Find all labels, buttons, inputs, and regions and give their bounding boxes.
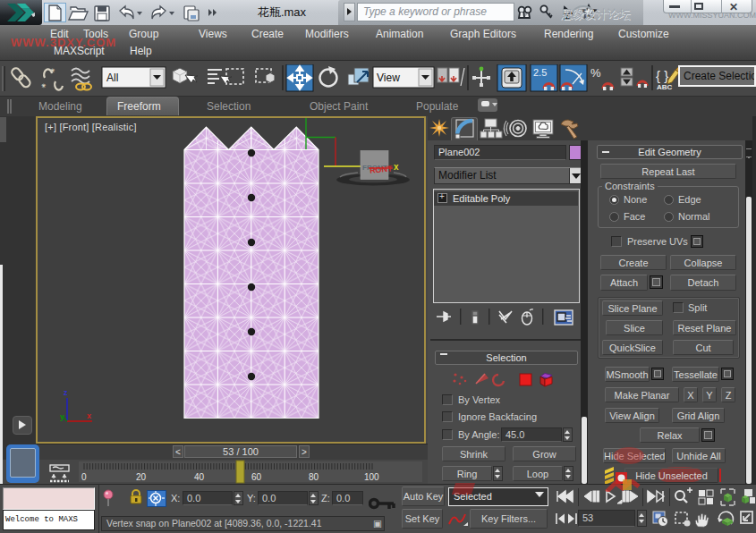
svg-text:20: 20 — [136, 472, 147, 482]
svg-text:40: 40 — [194, 472, 205, 482]
svg-text:y: y — [60, 412, 64, 421]
svg-text:80: 80 — [309, 472, 319, 482]
svg-text:2.5: 2.5 — [533, 67, 547, 78]
svg-text:z: z — [64, 388, 68, 397]
svg-text:View: View — [377, 72, 400, 84]
svg-text:{ }: { } — [656, 68, 668, 83]
svg-text:x: x — [394, 162, 399, 172]
svg-text:x: x — [87, 411, 91, 420]
svg-text:✳: ✳ — [41, 83, 47, 89]
svg-text:100: 100 — [364, 472, 379, 482]
svg-text:60: 60 — [251, 472, 262, 482]
svg-text:0: 0 — [81, 472, 87, 482]
svg-text:ABC: ABC — [657, 83, 673, 91]
svg-text:All: All — [106, 72, 118, 84]
svg-text:✳: ✳ — [50, 68, 55, 73]
svg-text:RONT: RONT — [370, 165, 394, 175]
svg-text:%: % — [590, 66, 601, 80]
